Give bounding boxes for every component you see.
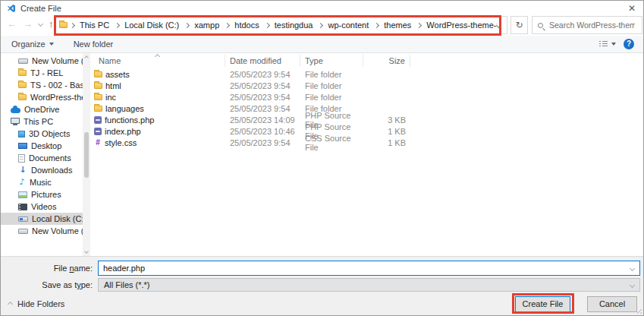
breadcrumb-item[interactable]: This PC — [68, 21, 112, 30]
close-icon[interactable]: ✕ — [628, 3, 636, 14]
breadcrumb-label: testingdua — [275, 21, 313, 30]
file-row[interactable]: functions.php 25/05/2023 14:09 PHP Sourc… — [90, 114, 643, 125]
file-date-modified: 25/05/2023 9:54 — [225, 70, 300, 79]
sidebar-item[interactable]: Videos — [1, 201, 90, 213]
recent-locations-icon[interactable] — [38, 21, 43, 27]
details-view-icon — [599, 40, 608, 48]
caret-down-icon — [49, 43, 54, 46]
file-row[interactable]: html 25/05/2023 9:54 File folder — [90, 80, 643, 91]
save-as-type-value: All Files (*.*) — [104, 280, 630, 289]
search-box[interactable] — [532, 16, 642, 34]
folder-icon — [94, 71, 102, 77]
sidebar-item[interactable]: TJ - REL — [1, 67, 90, 79]
breadcrumb: This PC Local Disk (C:) xampp htdocs tes… — [68, 21, 497, 30]
file-size: 1 KB — [363, 127, 410, 136]
onedrive-icon — [11, 108, 20, 113]
file-name: functions.php — [105, 115, 154, 125]
chevron-right-icon — [416, 22, 422, 27]
sidebar-item-label: New Volume (D: — [32, 226, 90, 235]
refresh-button[interactable]: ↻ — [510, 16, 528, 34]
music-icon — [18, 178, 26, 187]
sidebar-item[interactable]: WordPress-them — [1, 91, 90, 103]
sidebar-item[interactable]: Pictures — [1, 188, 90, 201]
sidebar-item-label: 3D Objects — [29, 129, 70, 138]
sidebar-item[interactable]: OneDrive — [1, 103, 90, 115]
php-icon — [94, 128, 102, 135]
change-view-button[interactable] — [599, 40, 616, 48]
help-button[interactable]: ? — [624, 39, 634, 49]
command-toolbar: Organize New folder ? — [1, 36, 643, 53]
organize-label: Organize — [11, 40, 46, 49]
sidebar-item[interactable]: Documents — [1, 152, 90, 164]
file-row[interactable]: index.php 25/05/2023 10:46 PHP Source Fi… — [90, 125, 643, 137]
chevron-right-icon — [318, 22, 323, 27]
scroll-up-icon[interactable] — [84, 55, 89, 60]
folder-icon — [94, 106, 102, 112]
new-folder-button[interactable]: New folder — [74, 40, 114, 49]
scroll-down-icon[interactable] — [84, 249, 89, 254]
column-header-date-modified[interactable]: Date modified — [225, 55, 300, 67]
nav-buttons: ← → ↑ — [7, 19, 54, 29]
breadcrumb-item[interactable]: htdocs — [222, 21, 262, 30]
file-size: 1 KB — [363, 138, 410, 147]
dialog-title: Create File — [20, 4, 61, 13]
file-size: 3 KB — [363, 115, 410, 125]
breadcrumb-item[interactable]: themes — [372, 21, 414, 30]
back-icon[interactable]: ← — [7, 19, 17, 29]
scrollbar-thumb[interactable] — [84, 132, 89, 178]
sidebar-item[interactable]: Downloads — [1, 164, 90, 176]
sidebar-item[interactable]: New Volume (D: — [1, 225, 90, 237]
sidebar-item[interactable]: This PC — [1, 115, 90, 128]
file-row[interactable]: languages 25/05/2023 9:54 File folder — [90, 103, 643, 114]
breadcrumb-item[interactable]: testingdua — [262, 21, 316, 30]
downloads-icon — [18, 166, 27, 175]
folder-icon — [18, 82, 27, 88]
sidebar-item[interactable]: Desktop — [1, 140, 90, 152]
sidebar-item[interactable]: Music — [1, 176, 90, 188]
sidebar-item[interactable]: New Volume (D: — [1, 55, 90, 67]
create-file-button[interactable]: Create File — [515, 296, 570, 312]
file-name-input[interactable] — [99, 264, 630, 273]
file-type: File folder — [300, 93, 363, 102]
sidebar-item-label: Videos — [31, 202, 56, 211]
breadcrumb-label: This PC — [80, 21, 109, 30]
search-input[interactable] — [548, 20, 636, 30]
drive-icon — [18, 58, 28, 64]
breadcrumb-item[interactable]: xampp — [182, 21, 222, 30]
file-date-modified: 25/05/2023 9:54 — [225, 138, 300, 147]
sidebar-item[interactable]: 3D Objects — [1, 128, 90, 140]
php-icon — [94, 116, 102, 124]
sidebar-scrollbar[interactable] — [83, 53, 90, 256]
sidebar-item[interactable]: TS - 002 - Basic T — [1, 79, 90, 91]
sidebar-item-label: TJ - REL — [30, 68, 63, 77]
save-as-type-select[interactable]: All Files (*.*) — [98, 278, 640, 292]
file-row[interactable]: assets 25/05/2023 9:54 File folder — [90, 68, 643, 80]
file-row[interactable]: inc 25/05/2023 9:54 File folder — [90, 91, 643, 103]
folder-icon — [94, 83, 102, 89]
chevron-right-icon — [265, 22, 270, 27]
address-dropdown-icon[interactable] — [496, 22, 501, 27]
column-header-type[interactable]: Type — [300, 55, 363, 67]
save-as-type-label: Save as type: — [1, 280, 98, 289]
cancel-button[interactable]: Cancel — [587, 296, 637, 312]
toolbar-right: ? — [599, 36, 634, 52]
hide-folders-button[interactable]: Hide Folders — [8, 299, 64, 308]
file-row[interactable]: style.css 25/05/2023 9:54 CSS Source Fil… — [90, 137, 643, 148]
sidebar-item-label: Downloads — [31, 166, 72, 175]
breadcrumb-item[interactable]: WordPress-theme-from-scratch — [414, 21, 497, 30]
chevron-right-icon — [184, 22, 190, 27]
search-icon — [538, 23, 543, 28]
breadcrumb-item[interactable]: Local Disk (C:) — [112, 21, 182, 30]
sidebar-item-label: New Volume (D: — [32, 56, 90, 65]
address-bar[interactable]: This PC Local Disk (C:) xampp htdocs tes… — [54, 16, 507, 34]
forward-icon[interactable]: → — [23, 19, 33, 29]
file-name-label: File name: — [1, 264, 98, 273]
breadcrumb-item[interactable]: wp-content — [316, 21, 372, 30]
column-header-size[interactable]: Size — [363, 55, 410, 67]
chevron-down-icon[interactable] — [630, 265, 635, 270]
sidebar-item[interactable]: Local Disk (C:) — [1, 213, 90, 225]
sidebar-item-label: Local Disk (C:) — [32, 214, 86, 223]
organize-button[interactable]: Organize — [11, 40, 54, 49]
file-name: index.php — [105, 127, 141, 136]
up-icon[interactable]: ↑ — [49, 19, 54, 29]
